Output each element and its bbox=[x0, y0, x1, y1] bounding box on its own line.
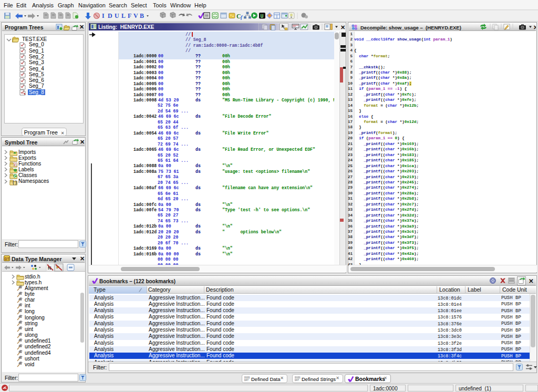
svg-text:D: D bbox=[108, 12, 112, 19]
svg-text:DAT: DAT bbox=[244, 379, 249, 381]
svg-text:✕: ✕ bbox=[340, 24, 345, 30]
svg-text:L: L bbox=[121, 12, 126, 19]
svg-text:DT: DT bbox=[5, 257, 10, 261]
svg-text:U: U bbox=[261, 14, 264, 19]
svg-text:f: f bbox=[241, 14, 243, 20]
svg-text:DAT: DAT bbox=[295, 379, 299, 381]
svg-text:✕: ✕ bbox=[529, 278, 534, 284]
svg-text:✕: ✕ bbox=[533, 24, 536, 30]
svg-text:B: B bbox=[140, 12, 144, 19]
svg-text:U: U bbox=[115, 12, 119, 19]
svg-text:( ): ( ) bbox=[13, 180, 17, 185]
svg-text:I: I bbox=[102, 12, 105, 19]
svg-text:F: F bbox=[128, 12, 131, 19]
svg-text:V: V bbox=[133, 12, 138, 19]
